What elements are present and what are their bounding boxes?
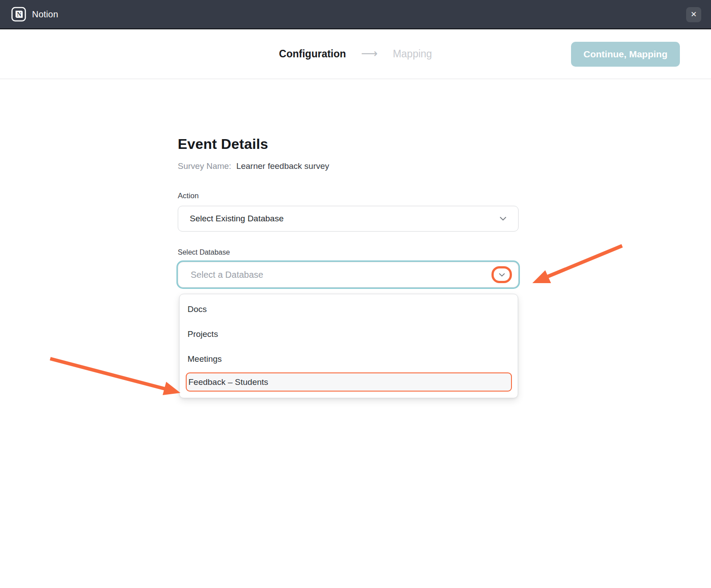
survey-name-label: Survey Name:	[178, 161, 231, 171]
titlebar: N Notion ✕	[0, 0, 711, 29]
continue-mapping-button[interactable]: Continue, Mapping	[571, 42, 680, 67]
page-title: Event Details	[178, 136, 519, 152]
event-details-section: Event Details Survey Name: Learner feedb…	[178, 79, 519, 398]
survey-name-value: Learner feedback survey	[236, 161, 329, 171]
app-title: Notion	[32, 9, 58, 20]
step-indicator: Configuration ⟶ Mapping	[279, 48, 432, 61]
action-select[interactable]: Select Existing Database	[178, 206, 519, 232]
notion-config-window: N Notion ✕ Configuration ⟶ Mapping Conti…	[0, 0, 711, 588]
dropdown-option-feedback-students[interactable]: Feedback – Students	[186, 372, 512, 392]
close-icon: ✕	[691, 7, 697, 22]
notion-logo-icon: N	[11, 6, 27, 22]
dropdown-option-docs[interactable]: Docs	[180, 297, 518, 322]
dropdown-option-meetings[interactable]: Meetings	[180, 347, 518, 372]
action-selected-value: Select Existing Database	[190, 214, 284, 224]
step-mapping: Mapping	[393, 48, 432, 60]
survey-name-line: Survey Name: Learner feedback survey	[178, 161, 519, 171]
stepper-header: Configuration ⟶ Mapping Continue, Mappin…	[0, 29, 711, 79]
database-dropdown-list: Docs Projects Meetings Feedback – Studen…	[179, 294, 518, 398]
chevron-down-icon	[499, 215, 507, 223]
action-field-label: Action	[178, 192, 519, 200]
database-field-label: Select Database	[178, 248, 519, 256]
dropdown-option-projects[interactable]: Projects	[180, 322, 518, 347]
annotation-circle	[491, 266, 512, 283]
annotation-arrow-to-option	[50, 359, 180, 395]
svg-text:N: N	[17, 11, 21, 18]
chevron-down-icon[interactable]	[499, 273, 505, 277]
database-combobox	[178, 262, 519, 288]
step-arrow-icon: ⟶	[361, 48, 378, 61]
step-configuration: Configuration	[279, 48, 346, 60]
database-search-input[interactable]	[178, 262, 518, 287]
close-button[interactable]: ✕	[686, 7, 701, 22]
annotation-arrow-to-chevron	[532, 246, 622, 283]
